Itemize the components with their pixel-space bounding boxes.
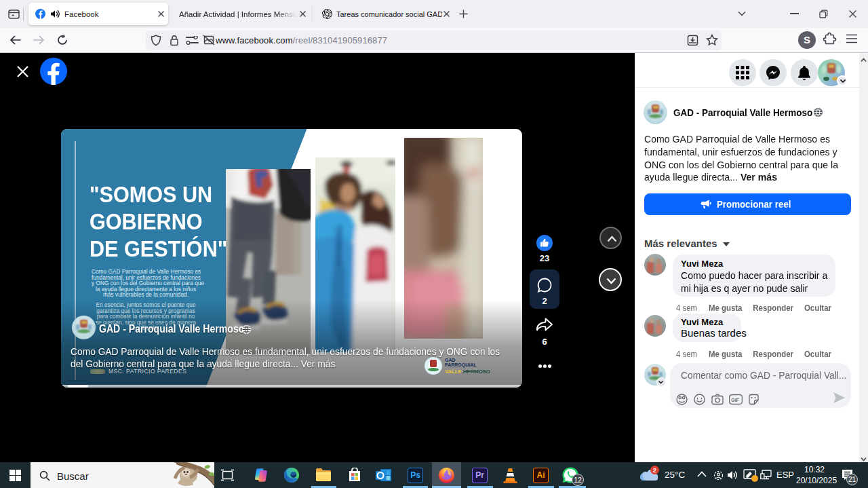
svg-text:GIF: GIF — [731, 398, 739, 402]
